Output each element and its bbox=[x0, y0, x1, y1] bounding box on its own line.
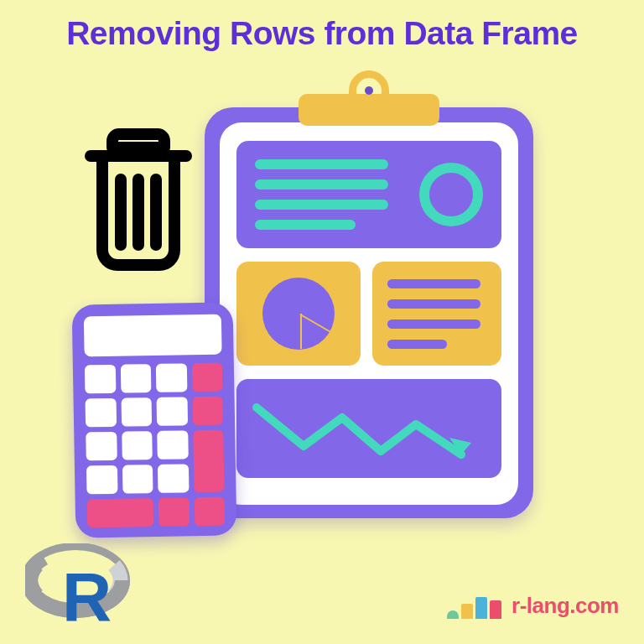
calc-key bbox=[86, 465, 117, 495]
calc-key bbox=[122, 465, 153, 494]
calc-key-op bbox=[158, 497, 190, 527]
svg-text:R: R bbox=[62, 558, 112, 627]
calc-key bbox=[122, 431, 153, 460]
brand-text: r-lang.com bbox=[512, 593, 619, 619]
clipboard-ring-icon bbox=[349, 70, 389, 102]
panel-lines-circle bbox=[236, 141, 501, 248]
pie-chart-icon bbox=[262, 278, 335, 350]
ring-icon bbox=[419, 163, 483, 226]
calc-key bbox=[86, 398, 117, 428]
calc-key-op bbox=[87, 498, 154, 527]
calc-key-op bbox=[194, 497, 225, 527]
panel-trend bbox=[236, 379, 501, 478]
bar bbox=[447, 610, 459, 619]
calc-key bbox=[86, 432, 117, 461]
panel-list bbox=[372, 262, 501, 366]
bar bbox=[490, 600, 501, 619]
calculator-screen bbox=[84, 314, 222, 357]
calc-key bbox=[156, 363, 187, 392]
brand-bars-icon bbox=[447, 597, 501, 619]
calc-key bbox=[120, 364, 151, 393]
calc-key-op bbox=[193, 430, 225, 493]
calc-key bbox=[85, 365, 116, 394]
panel-pie bbox=[236, 262, 361, 366]
clipboard-illustration bbox=[205, 84, 533, 520]
calc-key bbox=[157, 397, 188, 426]
trend-down-icon bbox=[236, 379, 501, 478]
calc-key-op bbox=[192, 397, 223, 426]
bar bbox=[461, 604, 473, 619]
calc-key bbox=[158, 464, 189, 493]
calculator-keypad bbox=[85, 363, 225, 528]
lines-icon bbox=[255, 159, 394, 230]
calc-key bbox=[157, 430, 188, 460]
r-logo-icon: R bbox=[25, 543, 134, 627]
calc-key-op bbox=[191, 363, 222, 392]
bar bbox=[475, 597, 487, 619]
brand-logo: r-lang.com bbox=[447, 593, 619, 619]
page-title: Removing Rows from Data Frame bbox=[0, 0, 644, 52]
clipboard-paper bbox=[220, 122, 518, 505]
calc-key bbox=[121, 397, 152, 427]
trash-icon bbox=[75, 119, 201, 278]
calculator-illustration bbox=[72, 302, 237, 538]
